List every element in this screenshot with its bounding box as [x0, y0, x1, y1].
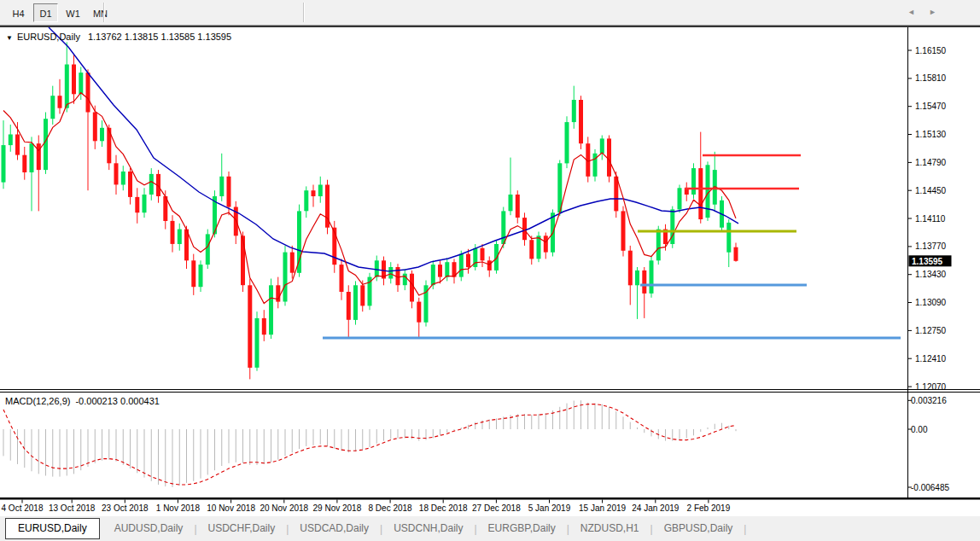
tab-separator: |: [567, 523, 569, 535]
tab-usdchf[interactable]: USDCHF,Daily: [198, 516, 286, 541]
price-tick-label: 1.15130: [915, 130, 947, 139]
tab-separator: |: [474, 523, 476, 535]
price-tick-label: 1.13770: [915, 241, 947, 251]
date-tick-label: 18 Dec 2018: [419, 503, 468, 513]
tab-separator: |: [286, 523, 289, 535]
price-tick-label: 1.13430: [915, 270, 947, 279]
timeframe-button-mn[interactable]: MN: [88, 3, 113, 22]
price-tick-label: 1.14110: [915, 214, 946, 224]
date-tick-label: 27 Dec 2018: [472, 503, 521, 513]
date-tick-label: 2 Feb 2019: [687, 503, 731, 513]
ma-fast-line: [3, 93, 736, 304]
chart-canvas[interactable]: 1.161501.158101.154701.151301.147901.144…: [0, 0, 980, 541]
trading-terminal-window: H4D1W1MN 1.161501.158101.154701.151301.1…: [0, 0, 980, 541]
date-tick-label: 23 Oct 2018: [102, 503, 149, 513]
tab-scroll-right-button[interactable]: ►: [929, 0, 936, 25]
price-tick-label: 1.15470: [915, 102, 947, 111]
date-tick-label: 29 Nov 2018: [313, 503, 362, 513]
tab-eurgbp[interactable]: EURGBP,Daily: [478, 516, 566, 541]
tab-nzdusd[interactable]: NZDUSD,H1: [570, 516, 650, 541]
macd-tick-label: 0.00: [911, 425, 928, 434]
date-tick-label: 10 Nov 2018: [207, 503, 255, 513]
tab-usdcad[interactable]: USDCAD,Daily: [289, 516, 379, 541]
date-tick-label: 4 Oct 2018: [2, 503, 44, 513]
price-tick-label: 1.15810: [915, 73, 947, 83]
tab-separator: |: [650, 523, 653, 535]
tab-usdcnh[interactable]: USDCNH,Daily: [383, 516, 473, 541]
macd-tick-label: 0.003216: [911, 396, 947, 405]
date-axis: 4 Oct 201813 Oct 201823 Oct 20181 Nov 20…: [2, 500, 731, 514]
toolbar-separator: [103, 3, 105, 22]
timeframe-button-group: H4D1W1MN: [6, 3, 115, 22]
current-price-tag: 1.13595: [909, 255, 952, 266]
timeframe-button-w1[interactable]: W1: [61, 3, 85, 22]
date-tick-label: 5 Jan 2019: [528, 503, 571, 513]
price-tick-label: 1.13090: [915, 298, 947, 307]
price-tick-label: 1.16150: [915, 46, 947, 55]
macd-name: MACD(12,26,9): [5, 396, 70, 406]
ma-slow-line: [49, 27, 738, 271]
chart-tab-bar: EURUSD,DailyAUDUSD,Daily|USDCHF,Daily|US…: [0, 516, 980, 541]
candlestick-series: [2, 42, 738, 379]
timeframe-toolbar: H4D1W1MN: [0, 0, 980, 26]
date-tick-label: 20 Nov 2018: [260, 503, 308, 513]
timeframe-button-d1[interactable]: D1: [33, 3, 58, 22]
tab-audusd[interactable]: AUDUSD,Daily: [104, 516, 194, 541]
price-tick-label: 1.14450: [915, 186, 947, 195]
horizontal-lines[interactable]: [323, 155, 901, 338]
macd-values: -0.000213 0.000431: [75, 396, 159, 406]
date-tick-label: 13 Oct 2018: [49, 503, 96, 513]
price-tick-label: 1.12070: [915, 382, 947, 392]
tab-separator: |: [194, 523, 196, 535]
macd-tick-label: -0.006485: [911, 483, 949, 492]
price-tick-label: 1.12410: [915, 354, 947, 364]
price-axis: 1.161501.158101.154701.151301.147901.144…: [908, 46, 952, 392]
macd-axis: 0.0032160.00-0.006485: [908, 396, 950, 492]
tab-separator: |: [380, 523, 382, 535]
date-tick-label: 8 Dec 2018: [369, 503, 413, 513]
date-tick-label: 1 Nov 2018: [156, 503, 201, 513]
price-tick-label: 1.14790: [915, 158, 947, 167]
tab-scroll-left-button[interactable]: ◄: [907, 0, 915, 25]
tab-separator: |: [744, 523, 746, 535]
tab-gbpusd[interactable]: GBPUSD,Daily: [654, 516, 744, 541]
tab-eurusd[interactable]: EURUSD,Daily: [5, 518, 100, 539]
toolbar-separator: [303, 3, 305, 22]
date-tick-label: 24 Jan 2019: [632, 503, 679, 513]
macd-indicator-label: MACD(12,26,9)-0.000213 0.000431: [5, 396, 160, 406]
chart-title: ▼EURUSD,Daily1.13762 1.13815 1.13585 1.1…: [6, 32, 231, 42]
price-tick-label: 1.12750: [915, 326, 947, 335]
date-tick-label: 15 Jan 2019: [579, 503, 626, 513]
chart-ohlc-values: 1.13762 1.13815 1.13585 1.13595: [88, 32, 231, 42]
macd-histogram: [3, 400, 736, 487]
symbol-dropdown-icon[interactable]: ▼: [6, 34, 13, 42]
timeframe-button-h4[interactable]: H4: [6, 3, 31, 22]
chart-symbol-label: EURUSD,Daily: [17, 32, 80, 42]
svg-text:1.13595: 1.13595: [912, 257, 943, 266]
